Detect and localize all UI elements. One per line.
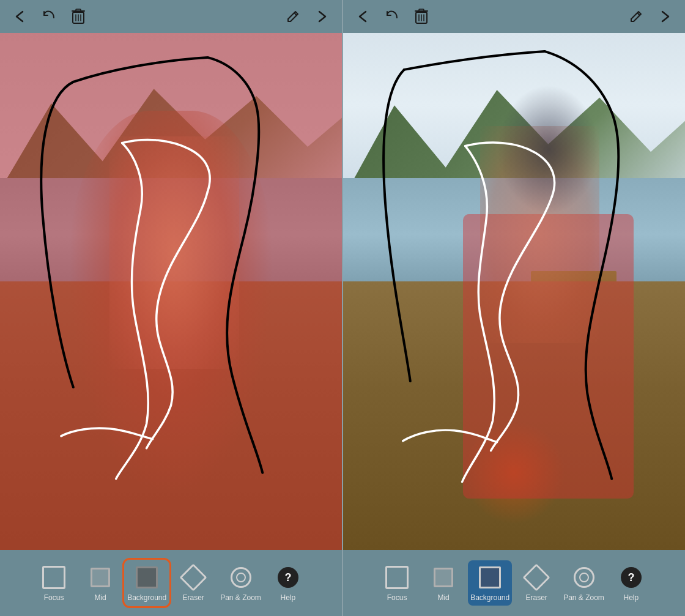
right-background-square-icon (479, 566, 501, 588)
right-help-icon-box: ? (618, 564, 645, 591)
right-mid-label: Mid (437, 593, 449, 602)
left-tool-background[interactable]: Background (125, 560, 169, 606)
right-undo-button[interactable] (382, 7, 402, 26)
left-undo-button[interactable] (39, 7, 59, 26)
right-help-label: Help (624, 593, 639, 602)
right-eraser-icon-box (523, 564, 550, 591)
right-forward-button[interactable] (656, 7, 675, 26)
panzoom-inner-circle (236, 573, 246, 582)
left-tool-mid[interactable]: Mid (78, 560, 122, 606)
right-focus-label: Focus (387, 593, 407, 602)
right-bottom-toolbar: Focus Mid Background Er (343, 550, 685, 616)
right-panzoom-icon-box (571, 564, 598, 591)
left-toolbar (0, 0, 342, 33)
panzoom-circle-icon (231, 567, 251, 588)
left-eraser-label: Eraser (183, 593, 204, 602)
right-tool-help[interactable]: ? Help (609, 560, 653, 606)
left-tool-panzoom[interactable]: Pan & Zoom (218, 560, 264, 606)
right-edit-button[interactable] (626, 7, 646, 26)
left-focus-icon-box (40, 564, 67, 591)
left-background-label: Background (127, 593, 166, 602)
right-photo (343, 33, 685, 550)
left-panzoom-label: Pan & Zoom (220, 593, 261, 602)
eraser-diamond-icon (180, 563, 207, 591)
left-delete-button[interactable] (68, 7, 88, 26)
focus-square-icon (42, 566, 65, 589)
right-toolbar-right (626, 7, 675, 26)
right-tool-eraser[interactable]: Eraser (514, 560, 558, 606)
right-toolbar (343, 0, 685, 33)
right-focus-icon-box (383, 564, 410, 591)
right-help-circle-icon: ? (621, 567, 642, 588)
right-tool-background[interactable]: Background (468, 560, 512, 606)
left-background-icon-box (133, 564, 160, 591)
right-focus-square-icon (385, 566, 409, 589)
right-panzoom-label: Pan & Zoom (563, 593, 604, 602)
right-eraser-label: Eraser (526, 593, 547, 602)
right-mid-square-icon (434, 568, 453, 587)
left-tool-help[interactable]: ? Help (266, 560, 310, 606)
right-panzoom-circle-icon (574, 567, 594, 588)
right-tool-mid[interactable]: Mid (421, 560, 465, 606)
left-eraser-icon-box (180, 564, 207, 591)
left-image-area (0, 33, 342, 550)
right-panel: Focus Mid Background Er (342, 0, 685, 616)
left-mid-icon-box (87, 564, 114, 591)
left-help-label: Help (281, 593, 296, 602)
left-toolbar-right (283, 7, 332, 26)
right-back-button[interactable] (353, 7, 372, 26)
right-eraser-diamond-icon (523, 563, 550, 591)
background-square-icon (136, 566, 158, 588)
right-tool-panzoom[interactable]: Pan & Zoom (561, 560, 607, 606)
left-toolbar-left (10, 7, 88, 26)
left-forward-button[interactable] (313, 7, 332, 26)
left-panzoom-icon-box (228, 564, 254, 591)
right-background-label: Background (470, 593, 509, 602)
right-image-area (343, 33, 685, 550)
left-edit-button[interactable] (283, 7, 303, 26)
left-mid-label: Mid (94, 593, 106, 602)
face-area (109, 136, 239, 369)
right-panzoom-inner-circle (579, 573, 589, 582)
left-help-icon-box: ? (275, 564, 302, 591)
right-tool-focus[interactable]: Focus (375, 560, 419, 606)
help-circle-icon: ? (278, 567, 298, 588)
right-mid-icon-box (430, 564, 457, 591)
main-panels: Focus Mid Background Er (0, 0, 685, 616)
left-focus-label: Focus (44, 593, 64, 602)
left-tool-eraser[interactable]: Eraser (171, 560, 215, 606)
left-photo (0, 33, 342, 550)
left-back-button[interactable] (10, 7, 29, 26)
right-background-icon-box (476, 564, 503, 591)
left-panel: Focus Mid Background Er (0, 0, 342, 616)
right-helmet (497, 85, 600, 214)
right-delete-button[interactable] (412, 7, 431, 26)
mid-square-icon (91, 568, 110, 587)
left-bottom-toolbar: Focus Mid Background Er (0, 550, 342, 616)
right-toolbar-left (353, 7, 431, 26)
left-tool-focus[interactable]: Focus (32, 560, 76, 606)
